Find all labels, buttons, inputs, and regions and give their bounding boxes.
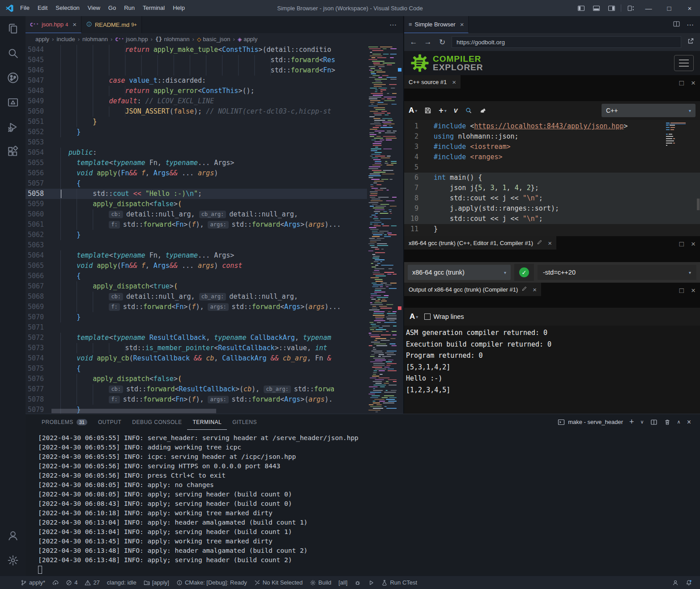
statusbar-item-27[interactable]: 27: [81, 576, 103, 589]
panel-tab-terminal[interactable]: TERMINAL: [187, 414, 227, 430]
activity-cmake-icon[interactable]: [0, 90, 26, 114]
font-size-button[interactable]: A▾: [410, 312, 418, 321]
close-pane-icon[interactable]: ×: [548, 239, 552, 247]
back-icon[interactable]: ←: [409, 38, 418, 47]
statusbar-item[interactable]: [351, 576, 364, 589]
close-pane-icon[interactable]: ×: [533, 286, 537, 293]
terminal[interactable]: [2022-04-30 06:05:55] INFO: serve_header…: [26, 430, 700, 576]
font-size-button[interactable]: A▾: [409, 106, 417, 115]
compiler-select[interactable]: x86-64 gcc (trunk)▾: [408, 265, 511, 280]
breadcrumb-item-nlohmann[interactable]: {}nlohmann: [155, 36, 190, 42]
rename-pane-icon[interactable]: [537, 239, 542, 246]
close-pane-icon[interactable]: ×: [452, 78, 456, 86]
panel-tab-debug-console[interactable]: DEBUG CONSOLE: [127, 414, 187, 430]
breadcrumb-item-apply[interactable]: ◈apply: [238, 36, 257, 42]
statusbar-item-build[interactable]: Build: [306, 576, 335, 589]
activity-extensions-icon[interactable]: [0, 139, 26, 164]
menu-view[interactable]: View: [84, 0, 104, 16]
statusbar-item-4[interactable]: 4: [62, 576, 81, 589]
wrap-lines-checkbox[interactable]: [424, 314, 431, 320]
statusbar-item[interactable]: [49, 576, 62, 589]
rename-pane-icon[interactable]: [521, 286, 527, 293]
add-pane-button[interactable]: +▾: [439, 106, 447, 115]
statusbar-item-run-ctest[interactable]: Run CTest: [378, 576, 421, 589]
statusbar-item--apply-[interactable]: [apply]: [140, 576, 173, 589]
new-terminal-icon[interactable]: +: [629, 417, 634, 427]
open-external-icon[interactable]: [686, 38, 696, 47]
tab-simple-browser[interactable]: ≡ Simple Browser ×: [404, 16, 469, 33]
language-select[interactable]: C++▾: [602, 104, 696, 117]
menu-go[interactable]: Go: [104, 0, 120, 16]
vim-toggle-icon[interactable]: v: [454, 106, 458, 114]
ce-menu-icon[interactable]: [674, 55, 694, 71]
maximize-pane-icon[interactable]: □: [679, 286, 684, 295]
breadcrumb-item-nlohmann[interactable]: nlohmann: [82, 36, 108, 42]
close-pane-icon[interactable]: ×: [691, 240, 696, 249]
reload-icon[interactable]: ↻: [437, 38, 447, 47]
terminal-dropdown-icon[interactable]: ∨: [640, 419, 644, 425]
statusbar-item[interactable]: [682, 576, 696, 589]
menu-file[interactable]: File: [16, 0, 34, 16]
statusbar-item-clangd-idle[interactable]: clangd: idle: [103, 576, 140, 589]
overview-ruler[interactable]: [397, 45, 403, 414]
forward-icon[interactable]: →: [423, 38, 433, 47]
toggle-sidebar-icon[interactable]: [573, 0, 589, 16]
panel-tab-problems[interactable]: PROBLEMS31: [36, 414, 93, 430]
statusbar-item--all-[interactable]: [all]: [335, 576, 351, 589]
activity-scm-icon[interactable]: [0, 65, 26, 90]
menu-terminal[interactable]: Terminal: [139, 0, 169, 16]
maximize-pane-icon[interactable]: □: [679, 79, 684, 88]
ce-source-tab[interactable]: C++ source #1 ×: [404, 75, 461, 89]
more-actions-icon[interactable]: ⋯: [687, 21, 694, 29]
breadcrumb-item-apply[interactable]: apply: [35, 36, 49, 42]
split-terminal-icon[interactable]: [650, 419, 657, 426]
url-input[interactable]: https://godbolt.org: [452, 36, 681, 48]
tab-README.md[interactable]: README.md9+: [81, 16, 142, 33]
statusbar-item-no-kit-selected[interactable]: No Kit Selected: [251, 576, 307, 589]
activity-account-icon[interactable]: [0, 523, 26, 548]
close-window-button[interactable]: ×: [679, 0, 700, 16]
webview-scrollbar[interactable]: [697, 199, 700, 210]
breadcrumb-item-json.hpp[interactable]: C⁺⁺json.hpp: [115, 36, 148, 42]
statusbar-item-cmake-debug-ready[interactable]: CMake: [Debug]: Ready: [173, 576, 251, 589]
activity-files-icon[interactable]: [0, 16, 26, 41]
quickbench-icon[interactable]: [479, 107, 487, 114]
terminal-select[interactable]: make - serve_header: [558, 419, 623, 426]
statusbar-item[interactable]: [364, 576, 378, 589]
ce-logo[interactable]: COMPILER EXPLORER: [410, 54, 483, 72]
breadcrumb-item-include[interactable]: include: [56, 36, 75, 42]
code-editor[interactable]: 5044 return apply_make_tuple<ConstThis>(…: [26, 45, 367, 414]
close-tab-icon[interactable]: ×: [73, 21, 77, 28]
toggle-secondary-sidebar-icon[interactable]: [604, 0, 619, 16]
activity-settings-icon[interactable]: [0, 548, 26, 572]
activity-search-icon[interactable]: [0, 41, 26, 65]
panel-tab-output[interactable]: OUTPUT: [93, 414, 127, 430]
menu-edit[interactable]: Edit: [34, 0, 51, 16]
kill-terminal-icon[interactable]: [664, 419, 671, 426]
panel-tab-gitlens[interactable]: GITLENS: [227, 414, 262, 430]
split-editor-icon[interactable]: [673, 20, 680, 29]
ce-output-tab[interactable]: Output of x86-64 gcc (trunk) (Compiler #…: [404, 283, 541, 296]
statusbar-item[interactable]: [669, 576, 682, 589]
minimize-button[interactable]: —: [638, 0, 659, 16]
tab-json.hpp[interactable]: C⁺⁺json.hpp4×: [26, 16, 81, 33]
customize-layout-icon[interactable]: [623, 0, 638, 16]
ce-output-log[interactable]: ASM generation compiler returned: 0Execu…: [404, 326, 700, 414]
maximize-pane-icon[interactable]: □: [679, 240, 684, 249]
menu-selection[interactable]: Selection: [51, 0, 83, 16]
close-panel-icon[interactable]: ×: [687, 418, 691, 426]
maximize-panel-icon[interactable]: ∧: [677, 419, 681, 425]
close-pane-icon[interactable]: ×: [691, 286, 696, 295]
toggle-panel-icon[interactable]: [589, 0, 604, 16]
close-tab-icon[interactable]: ×: [460, 21, 464, 28]
save-icon[interactable]: [424, 107, 431, 114]
minimap[interactable]: [367, 45, 397, 414]
ce-source-editor[interactable]: 1#include <https://localhost:8443/apply/…: [404, 120, 700, 236]
cppinsights-icon[interactable]: [465, 107, 472, 114]
menu-help[interactable]: Help: [169, 0, 189, 16]
editor-more-actions[interactable]: ⋯: [383, 16, 403, 33]
close-pane-icon[interactable]: ×: [691, 79, 696, 88]
statusbar-item-apply-[interactable]: apply*: [17, 576, 49, 589]
ce-compiler-tab[interactable]: x86-64 gcc (trunk) (C++, Editor #1, Comp…: [404, 236, 556, 250]
maximize-button[interactable]: □: [659, 0, 679, 16]
